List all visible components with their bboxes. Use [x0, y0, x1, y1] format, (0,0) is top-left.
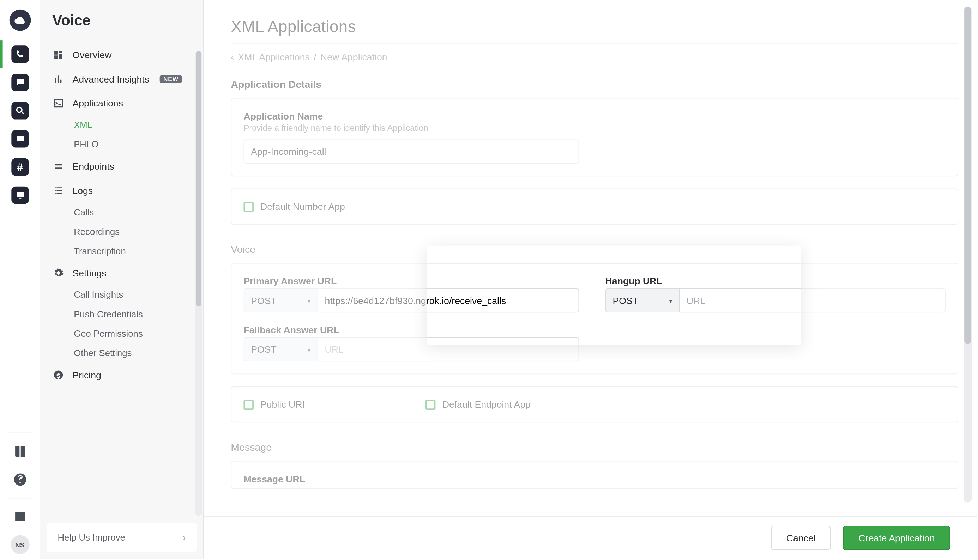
sidebar-subitem-geo-permissions[interactable]: Geo Permissions: [40, 324, 203, 343]
fade-overlay: [204, 496, 958, 516]
new-badge: NEW: [160, 75, 182, 83]
card-voice-urls: Primary Answer URL POST ▾ Fallback Answe…: [231, 263, 958, 375]
avatar-icon: NS: [10, 535, 29, 554]
rail-sip[interactable]: [0, 125, 40, 153]
sidebar-item-applications[interactable]: Applications: [40, 91, 203, 115]
section-heading-voice: Voice: [231, 243, 958, 255]
breadcrumb-current: New Application: [320, 52, 387, 62]
global-rail: NS: [0, 0, 40, 558]
hangup-method-select[interactable]: POST ▾: [606, 288, 679, 312]
method-value: POST: [251, 295, 277, 306]
bar-chart-icon: [52, 73, 64, 85]
card-voice-flags: Public URI Default Endpoint App: [231, 387, 958, 423]
primary-answer-url-group: POST ▾: [244, 288, 579, 312]
section-heading-message: Message: [231, 442, 958, 453]
app-name-input[interactable]: [244, 140, 579, 163]
dashboard-icon: [52, 49, 64, 61]
book-icon: [11, 443, 28, 460]
hangup-url-label: Hangup URL: [606, 276, 946, 287]
rail-message[interactable]: [0, 68, 40, 97]
rail-billing[interactable]: [0, 503, 40, 531]
chevron-right-icon: ›: [183, 532, 186, 543]
rail-home[interactable]: [0, 0, 40, 40]
hangup-url-input[interactable]: [679, 288, 946, 312]
sidebar-item-logs[interactable]: Logs: [40, 178, 203, 202]
section-heading-details: Application Details: [231, 78, 958, 90]
sidebar-item-label: Endpoints: [72, 161, 114, 172]
cancel-button[interactable]: Cancel: [771, 525, 831, 549]
cloud-icon: [9, 10, 31, 31]
public-uri-checkbox-row[interactable]: Public URI: [244, 399, 304, 410]
checkbox-icon: [426, 400, 436, 410]
sidebar-scrollbar[interactable]: [195, 51, 202, 516]
sidebar-subitem-recordings[interactable]: Recordings: [40, 222, 203, 242]
sidebar-item-label: Settings: [72, 268, 106, 278]
sidebar-subitem-phlo[interactable]: PHLO: [40, 135, 203, 154]
rail-monitor[interactable]: [0, 181, 40, 210]
sidebar-item-label: Applications: [72, 98, 123, 108]
create-application-button[interactable]: Create Application: [843, 525, 950, 549]
sidebar-item-label: Advanced Insights: [72, 74, 149, 84]
section-sidebar: Voice Overview Advanced Insights NEW App…: [40, 0, 204, 558]
fallback-answer-url-input[interactable]: [317, 337, 579, 362]
rail-account[interactable]: NS: [0, 530, 40, 558]
rail-docs[interactable]: [0, 437, 40, 465]
checkbox-icon: [244, 400, 254, 410]
default-endpoint-app-label: Default Endpoint App: [442, 399, 531, 410]
hash-icon: [11, 158, 28, 176]
sidebar-help-improve[interactable]: Help Us Improve ›: [47, 523, 197, 552]
sidebar-item-settings[interactable]: Settings: [40, 261, 203, 285]
breadcrumb-parent: XML Applications: [238, 52, 310, 62]
fallback-answer-url-group: POST ▾: [244, 337, 579, 362]
sidebar-subitem-xml[interactable]: XML: [40, 115, 203, 135]
app-name-help: Provide a friendly name to identify this…: [244, 123, 945, 133]
public-uri-label: Public URI: [260, 399, 305, 410]
rail-numbers[interactable]: [0, 153, 40, 181]
gear-icon: [52, 267, 64, 279]
primary-answer-method-select[interactable]: POST ▾: [244, 288, 317, 312]
sidebar-subitem-calls[interactable]: Calls: [40, 202, 203, 222]
sidebar-item-insights[interactable]: Advanced Insights NEW: [40, 67, 203, 91]
sidebar-subitem-push-credentials[interactable]: Push Credentials: [40, 305, 203, 324]
help-icon: [11, 471, 28, 488]
method-value: POST: [251, 344, 277, 355]
primary-answer-url-input[interactable]: [317, 288, 579, 312]
method-value: POST: [613, 295, 639, 306]
card-app-name: Application Name Provide a friendly name…: [231, 98, 958, 177]
footer-bar: Cancel Create Application: [204, 516, 977, 559]
chevron-down-icon: ▾: [307, 346, 311, 353]
default-endpoint-app-checkbox-row[interactable]: Default Endpoint App: [426, 399, 531, 410]
sidebar-item-pricing[interactable]: Pricing: [40, 363, 203, 387]
sidebar-item-endpoints[interactable]: Endpoints: [40, 154, 203, 178]
sidebar-item-label: Overview: [72, 50, 112, 60]
message-icon: [11, 74, 28, 91]
app-name-label: Application Name: [244, 111, 945, 121]
list-icon: [52, 185, 64, 197]
sidebar-item-label: Pricing: [72, 370, 101, 380]
rail-lookup[interactable]: [0, 97, 40, 125]
zoom-icon: [11, 102, 28, 119]
sidebar-item-overview[interactable]: Overview: [40, 43, 203, 67]
fallback-answer-method-select[interactable]: POST ▾: [244, 337, 317, 362]
sidebar-footer-label: Help Us Improve: [58, 532, 125, 543]
phone-icon: [11, 45, 28, 63]
sidebar-subitem-transcription[interactable]: Transcription: [40, 242, 203, 261]
card-default-number-app: Default Number App: [231, 188, 958, 225]
rail-help[interactable]: [0, 465, 40, 494]
chevron-down-icon: ▾: [669, 297, 673, 304]
sip-icon: [11, 130, 28, 147]
billing-icon: [11, 508, 28, 525]
breadcrumb[interactable]: ‹ XML Applications / New Application: [231, 43, 958, 62]
card-message-url: Message URL: [231, 461, 958, 489]
sidebar-subitem-call-insights[interactable]: Call Insights: [40, 285, 203, 304]
spotlight-overlay: [204, 0, 977, 516]
pricing-icon: [52, 369, 64, 381]
monitor-icon: [11, 187, 28, 204]
sidebar-subitem-other-settings[interactable]: Other Settings: [40, 343, 203, 363]
rail-voice[interactable]: [0, 40, 40, 68]
default-number-app-checkbox-row[interactable]: Default Number App: [244, 202, 945, 212]
primary-answer-url-label: Primary Answer URL: [244, 276, 584, 287]
sidebar-item-label: Logs: [72, 185, 93, 196]
chevron-down-icon: ▾: [307, 297, 311, 304]
main-scrollbar[interactable]: [963, 7, 971, 503]
